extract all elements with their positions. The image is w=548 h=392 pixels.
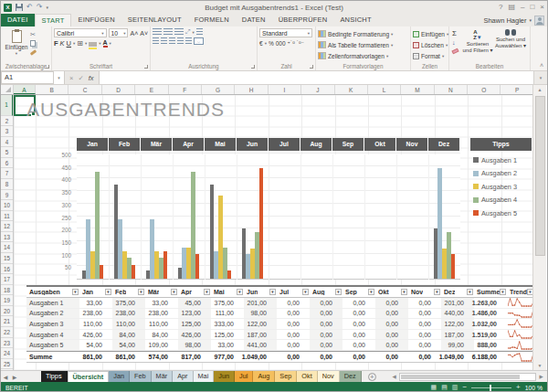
table-cell-total-value[interactable]: 1.049,00 [244, 351, 277, 362]
column-header-A[interactable]: A [14, 85, 36, 94]
column-header-I[interactable]: I [269, 85, 301, 94]
table-cell-value[interactable]: 84,00 [112, 330, 145, 341]
table-cell-value[interactable]: 187,00 [244, 330, 277, 341]
sheet-tab-feb[interactable]: Feb [130, 371, 152, 382]
decrease-decimal-icon[interactable]: ˙⁰⁻ [297, 39, 304, 48]
scroll-up-icon[interactable]: ▲ [533, 85, 546, 94]
filter-dropdown-icon[interactable]: ▾ [204, 289, 210, 295]
filter-dropdown-icon[interactable]: ▾ [302, 289, 309, 295]
filter-dropdown-icon[interactable]: ▾ [138, 289, 144, 295]
table-cell-value[interactable]: 125,00 [178, 319, 211, 330]
row-header-16[interactable]: 16 [1, 264, 13, 275]
column-header-E[interactable]: E [135, 85, 168, 94]
table-cell-value[interactable]: 110,00 [112, 319, 145, 330]
copy-icon[interactable] [30, 40, 36, 47]
column-header-B[interactable]: B [36, 85, 68, 94]
underline-button[interactable]: U [67, 39, 71, 48]
ribbon-tab-ansicht[interactable]: ANSICHT [333, 14, 377, 26]
row-header-20[interactable]: 20 [1, 306, 13, 317]
page-layout-view-icon[interactable]: ▤ [441, 383, 448, 392]
table-cell-value[interactable]: 238,00 [112, 309, 145, 320]
table-cell-value[interactable]: 333,00 [211, 319, 244, 330]
undo-icon[interactable]: ↶ [26, 3, 33, 12]
table-cell-value[interactable]: 54,00 [79, 340, 112, 351]
table-cell-value[interactable]: 0,00 [408, 298, 441, 309]
column-header-H[interactable]: H [235, 85, 268, 94]
format-as-table-button[interactable]: Als Tabelle formatieren ▾ [318, 39, 408, 50]
insert-cells-button[interactable]: Einfügen ▾ [413, 28, 447, 39]
table-cell-value[interactable]: 201,00 [244, 298, 277, 309]
sheet-tab-aug[interactable]: Aug [253, 371, 275, 382]
sheet-tab-übersicht[interactable]: Übersicht [68, 371, 110, 382]
table-cell-value[interactable]: 0,00 [342, 340, 375, 351]
table-cell-value[interactable]: 238,00 [79, 309, 112, 320]
column-header-D[interactable]: D [102, 85, 135, 94]
table-cell-name[interactable]: Ausgaben 4 [26, 330, 79, 341]
filter-dropdown-icon[interactable]: ▾ [368, 289, 374, 295]
filter-dropdown-icon[interactable]: ▾ [171, 289, 177, 295]
table-cell-value[interactable]: 111,00 [211, 309, 244, 320]
sheet-tab-jun[interactable]: Jun [214, 371, 235, 382]
table-cell-value[interactable]: 375,00 [112, 298, 145, 309]
fill-color-icon[interactable] [89, 42, 97, 47]
table-cell-sum[interactable]: 1.263,00 [474, 298, 507, 309]
formula-input[interactable] [99, 71, 533, 84]
table-cell-value[interactable]: 440,00 [441, 309, 474, 320]
table-cell-sum[interactable]: 1.486,00 [474, 309, 507, 320]
table-cell-value[interactable]: 238,00 [145, 309, 178, 320]
sheet-tab-okt[interactable]: Okt [297, 371, 317, 382]
cell-styles-button[interactable]: Zellenformatvorlagen ▾ [318, 50, 408, 61]
vertical-scrollbar[interactable]: ▲ ▼ [532, 85, 546, 370]
row-header-11[interactable]: 11 [1, 211, 13, 222]
wrap-text-icon[interactable] [196, 28, 203, 36]
scroll-right-icon[interactable]: ▶ [537, 374, 545, 379]
table-cell-name[interactable]: Ausgaben 5 [26, 340, 79, 351]
align-right-icon[interactable] [169, 37, 175, 45]
filter-dropdown-icon[interactable]: ▾ [434, 289, 440, 295]
column-header-N[interactable]: N [435, 85, 468, 94]
table-cell-value[interactable]: 54,00 [112, 340, 145, 351]
zoom-slider-thumb[interactable] [490, 385, 491, 391]
fill-icon[interactable]: ↓ [452, 39, 458, 47]
table-cell-sum[interactable]: 888,00 [474, 340, 507, 351]
table-cell-value[interactable]: 201,00 [441, 298, 474, 309]
table-cell-total-value[interactable]: 861,00 [112, 351, 145, 362]
ribbon-tab-einfügen[interactable]: EINFÜGEN [71, 14, 121, 26]
table-cell-value[interactable]: 0,00 [277, 330, 310, 341]
sheet-tab-jul[interactable]: Jul [235, 371, 253, 382]
table-cell-value[interactable]: 187,00 [441, 330, 474, 341]
zoom-level[interactable]: 100 % [525, 385, 543, 391]
dialog-launcher-icon[interactable] [251, 65, 255, 69]
page-break-view-icon[interactable]: ▥ [452, 383, 458, 392]
table-cell-sum[interactable]: 1.519,00 [474, 330, 507, 341]
italic-button[interactable]: K [60, 39, 65, 48]
table-cell-value[interactable]: 0,00 [375, 309, 408, 320]
horizontal-scrollbar[interactable]: ◀ ▶ [390, 371, 547, 382]
cut-icon[interactable]: ✂ [30, 31, 37, 37]
font-name-select[interactable]: Calibri▾ [54, 28, 107, 37]
row-header-1[interactable]: 1 [1, 95, 13, 116]
table-cell-value[interactable]: 0,00 [277, 298, 310, 309]
row-header-9[interactable]: 9 [1, 190, 13, 201]
qat-customize-icon[interactable]: ▾ [46, 5, 48, 10]
filter-dropdown-icon[interactable]: ▾ [401, 289, 407, 295]
column-header-L[interactable]: L [368, 85, 401, 94]
conditional-formatting-button[interactable]: Bedingte Formatierung ▾ [318, 28, 408, 39]
table-cell-value[interactable]: 0,00 [408, 309, 441, 320]
table-cell-total-value[interactable]: 977,00 [211, 351, 244, 362]
table-cell-value[interactable]: 33,00 [211, 340, 244, 351]
row-header-10[interactable]: 10 [1, 200, 13, 211]
row-header-6[interactable]: 6 [1, 158, 13, 169]
save-icon[interactable] [16, 4, 23, 11]
table-cell-value[interactable]: 0,00 [342, 298, 375, 309]
table-cell-total-value[interactable]: 574,00 [145, 351, 178, 362]
select-all-corner[interactable] [1, 85, 14, 94]
insert-function-icon[interactable]: fx [89, 74, 94, 82]
table-cell-value[interactable]: 125,00 [211, 330, 244, 341]
filter-dropdown-icon[interactable]: ▾ [105, 289, 111, 295]
vertical-scroll-thumb[interactable] [535, 96, 545, 256]
row-header-18[interactable]: 18 [1, 285, 13, 296]
orientation-icon[interactable]: ⤢ [185, 28, 191, 36]
shrink-font-icon[interactable]: A˅ [140, 30, 148, 37]
zoom-in-icon[interactable]: + [516, 383, 521, 392]
